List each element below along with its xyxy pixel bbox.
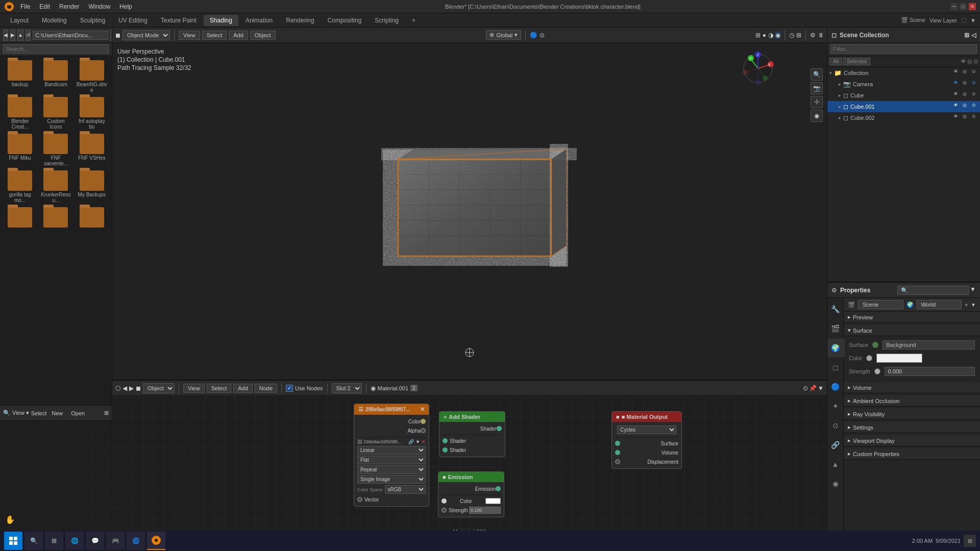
tab-shading[interactable]: Shading <box>204 15 238 26</box>
node-close-icon[interactable]: ✕ <box>420 406 425 413</box>
select-vis-btn[interactable]: ◎ <box>961 69 969 77</box>
outliner-search-input[interactable] <box>830 44 977 54</box>
node-type-dropdown[interactable]: Object <box>143 383 175 393</box>
node-canvas[interactable]: ☰ 298e9ac06f59f07... ✕ Color Alpha <box>112 396 827 538</box>
eye-vis-btn[interactable]: 👁 <box>951 69 960 77</box>
list-item[interactable] <box>4 207 36 229</box>
pause-button[interactable]: ⏸ <box>818 32 824 39</box>
world-value[interactable]: World <box>917 300 962 309</box>
edge-taskbar-button[interactable]: 🌐 <box>65 532 84 550</box>
eye-filter-icon[interactable]: 👁 <box>961 58 966 65</box>
select-filter-icon[interactable]: ◎ <box>967 58 972 65</box>
c002-eye-btn[interactable]: 👁 <box>951 114 960 122</box>
node-type-icon[interactable]: ◼ <box>136 385 141 392</box>
physics-props-icon[interactable]: ⊙ <box>827 416 845 435</box>
menu-file[interactable]: File <box>17 2 33 11</box>
node-select-menu[interactable]: Select <box>207 384 232 393</box>
node-history-back[interactable]: ◀ <box>122 385 127 392</box>
color-in-socket[interactable] <box>442 498 447 504</box>
filter-icon-2[interactable]: ⊞ <box>104 410 109 416</box>
c001-eye-btn[interactable]: 👁 <box>951 103 960 111</box>
xray-button[interactable]: ⊞ <box>796 32 801 39</box>
img-link-icon[interactable]: 🔗 <box>408 439 414 444</box>
taskview-button[interactable]: ⊞ <box>45 532 63 550</box>
surface-type-value[interactable]: Background <box>883 340 975 349</box>
settings-header[interactable]: ▸ Settings <box>844 422 980 433</box>
interpolation-select[interactable]: Linear <box>357 446 426 455</box>
props-search-input[interactable] <box>897 286 969 295</box>
viewport-display-header[interactable]: ▸ Viewport Display <box>844 435 980 446</box>
node-snap-button[interactable]: ⊙ <box>803 385 808 392</box>
shader-in-1-socket[interactable] <box>443 438 448 443</box>
volume-header[interactable]: ▸ Volume <box>844 382 980 393</box>
outliner-hide-btn[interactable]: ◁ <box>971 32 976 39</box>
constraints-props-icon[interactable]: 🔗 <box>827 436 845 454</box>
extension-select[interactable]: Repeat <box>357 465 426 474</box>
node-filter-button[interactable]: ▼ <box>818 385 824 392</box>
tab-modeling[interactable]: Modeling <box>36 15 73 26</box>
collection-item[interactable]: ▾ 📁 Collection 👁 ◎ ⊙ <box>827 67 980 79</box>
surface-header[interactable]: ▾ Surface <box>844 325 980 336</box>
world-props-icon[interactable]: 🌍 <box>827 339 845 357</box>
active-tool-props-icon[interactable]: 🔧 <box>827 300 845 318</box>
chrome-button[interactable]: 🌀 <box>127 532 145 550</box>
material-output-node[interactable]: ■ ■ Material Output Cycles Surface <box>611 411 682 469</box>
object-data-icon[interactable]: ▲ <box>827 455 845 473</box>
ao-header[interactable]: ▸ Ambient Occlusion <box>844 395 980 407</box>
cube-item[interactable]: ▸ ◻ Cube 👁 ◎ ⊙ <box>827 90 980 101</box>
cube002-item[interactable]: ▸ ◻ Cube.002 👁 ◎ ⊙ <box>827 112 980 123</box>
scene-props-icon[interactable]: 🎬 <box>827 319 845 338</box>
world-browse-btn[interactable]: ▼ <box>971 302 976 308</box>
cube-rnd-btn[interactable]: ⊙ <box>970 91 978 99</box>
ray-vis-header[interactable]: ▸ Ray Visibility <box>844 409 980 420</box>
menu-edit[interactable]: Edit <box>36 2 53 11</box>
object-props-icon[interactable]: ◻ <box>827 358 845 377</box>
camera-item[interactable]: ▸ 📷 Camera 👁 ◎ ⊙ <box>827 79 980 90</box>
blender-taskbar-button[interactable] <box>147 532 165 550</box>
colorspace-select[interactable]: sRGB <box>385 485 426 494</box>
volume-socket-in[interactable] <box>615 450 620 455</box>
displacement-socket-in[interactable] <box>615 459 620 464</box>
list-item[interactable] <box>40 207 71 229</box>
cam-eye-btn[interactable]: 👁 <box>951 80 960 88</box>
world-color-picker[interactable] <box>876 354 922 363</box>
color-socket-out[interactable] <box>421 419 426 424</box>
node-node-menu[interactable]: Node <box>255 384 277 393</box>
mode-dropdown[interactable]: Object Mode Edit Mode <box>122 30 170 40</box>
slot-dropdown[interactable]: Slot 2 <box>332 383 362 393</box>
search-taskbar-button[interactable]: 🔍 <box>24 532 43 550</box>
tab-scripting[interactable]: Scripting <box>369 15 405 26</box>
scene-value[interactable]: Scene <box>858 300 903 309</box>
tab-uv-editing[interactable]: UV Editing <box>112 15 154 26</box>
tab-compositing[interactable]: Compositing <box>322 15 368 26</box>
wireframe-button[interactable]: ⊞ <box>755 32 761 39</box>
c001-rnd-btn[interactable]: ⊙ <box>970 103 978 111</box>
add-menu[interactable]: Add <box>229 31 248 40</box>
start-button[interactable] <box>4 532 22 550</box>
new-button[interactable]: New <box>48 409 66 417</box>
render-filter-icon[interactable]: ⊙ <box>973 58 978 65</box>
world-new-btn[interactable]: + <box>965 302 968 308</box>
strength-value-field[interactable]: 0.100 <box>469 507 501 514</box>
node-add-menu[interactable]: Add <box>233 384 253 393</box>
c002-sel-btn[interactable]: ◎ <box>961 114 969 122</box>
solid-button[interactable]: ● <box>763 32 766 39</box>
minimize-button[interactable]: ─ <box>950 3 958 10</box>
view-menu[interactable]: View <box>179 31 200 40</box>
use-nodes-checkbox[interactable]: ✓ <box>286 385 293 392</box>
rendered-button[interactable]: ◉ <box>775 32 780 39</box>
list-item[interactable]: Bandicam <box>40 60 71 93</box>
list-item[interactable]: Blender Creat... <box>4 97 36 130</box>
material-props-icon[interactable]: ◉ <box>827 474 845 493</box>
particles-props-icon[interactable]: ✦ <box>827 397 845 415</box>
show-desktop-button[interactable]: ⊞ <box>964 535 976 547</box>
list-item[interactable]: BeamNG.drive <box>76 60 108 93</box>
global-indicator[interactable]: ⊕ Global ▾ <box>486 30 521 40</box>
list-item[interactable]: gorilla tag mo... <box>4 170 36 203</box>
zoom-in-button[interactable]: 🔍 <box>811 68 823 81</box>
nav-gizmo[interactable]: X Y Z <box>740 51 776 86</box>
viewport-3d[interactable]: User Perspective (1) Collection | Cube.0… <box>112 43 827 380</box>
cursor-button[interactable]: ☩ <box>811 96 823 108</box>
cam-sel-btn[interactable]: ◎ <box>961 80 969 88</box>
tab-sculpting[interactable]: Sculpting <box>74 15 111 26</box>
